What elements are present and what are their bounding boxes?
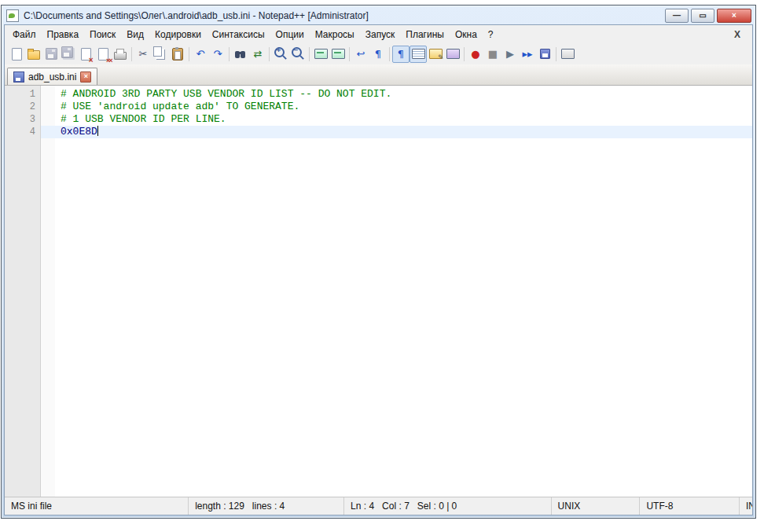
macro-save-button[interactable] — [536, 46, 553, 63]
notepad-window: C:\Documents and Settings\Олег\.android\… — [1, 5, 756, 519]
plugins-panel-button[interactable] — [559, 46, 576, 63]
close-file-button[interactable] — [77, 46, 94, 63]
bookmark-margin-cell — [41, 101, 56, 113]
macro-stop-button[interactable]: ■ — [484, 46, 501, 63]
bookmark-margin — [41, 86, 55, 497]
toolbar-separator — [131, 47, 132, 61]
tab-label: adb_usb.ini — [28, 72, 76, 83]
line-number: 2 — [5, 101, 41, 113]
menu-search[interactable]: Поиск — [84, 26, 121, 43]
menu-settings[interactable]: Опции — [270, 26, 310, 43]
zoom-out-button[interactable] — [289, 46, 307, 63]
editor-line: 3# 1 USB VENDOR ID PER LINE. — [5, 113, 752, 126]
close-all-icon — [98, 48, 108, 61]
replace-button[interactable]: ⇄ — [249, 46, 266, 63]
open-file-icon — [28, 50, 40, 60]
editor-line: 2# USE 'android update adb' TO GENERATE. — [5, 101, 752, 113]
line-number: 4 — [5, 126, 41, 138]
minimize-button[interactable]: — — [665, 9, 689, 23]
cut-icon: ✂ — [139, 49, 148, 59]
menu-window[interactable]: Окна — [450, 26, 483, 43]
status-cursor-position: Ln : 4 Col : 7 Sel : 0 | 0 — [344, 497, 551, 515]
save-all-button[interactable] — [60, 46, 77, 63]
show-symbol-button[interactable]: ¶ — [369, 46, 387, 63]
notepad-plus-plus-icon — [6, 9, 19, 22]
find-button[interactable] — [232, 46, 249, 63]
replace-icon: ⇄ — [254, 49, 263, 59]
menu-file[interactable]: Файл — [7, 26, 42, 43]
zoom-in-button[interactable] — [272, 46, 289, 63]
macro-run-multiple-button[interactable]: ▸▸ — [519, 46, 536, 63]
line-text[interactable]: 0x0E8D — [56, 126, 752, 138]
new-file-icon — [12, 48, 22, 61]
toolbar-separator — [389, 47, 390, 61]
toolbar-separator — [189, 47, 189, 61]
find-icon — [235, 51, 240, 58]
open-file-button[interactable] — [25, 46, 42, 63]
window-title: C:\Documents and Settings\Олег\.android\… — [24, 10, 663, 21]
title-bar: C:\Documents and Settings\Олег\.android\… — [2, 6, 755, 24]
print-icon — [114, 52, 127, 60]
menu-encoding[interactable]: Кодировки — [149, 26, 207, 43]
cut-button[interactable]: ✂ — [134, 46, 152, 63]
menu-macro[interactable]: Макросы — [310, 26, 360, 43]
client-area: ФайлПравкаПоискВидКодировкиСинтаксисыОпц… — [4, 24, 753, 515]
macro-record-button[interactable]: ● — [467, 46, 484, 63]
menu-view[interactable]: Вид — [121, 26, 149, 43]
menu-run[interactable]: Запуск — [360, 26, 401, 43]
redo-button[interactable]: ↷ — [209, 46, 226, 63]
user-define-dialog-icon — [429, 49, 443, 59]
status-encoding: UTF-8 — [640, 497, 740, 515]
doc-map-button[interactable] — [444, 46, 461, 63]
toolbar-separator — [309, 47, 310, 61]
copy-button[interactable] — [152, 46, 169, 63]
toolbar-separator — [269, 47, 270, 61]
tab-close-icon[interactable]: × — [80, 72, 91, 83]
tab-adb_usb.ini[interactable]: adb_usb.ini× — [7, 68, 97, 85]
toolbar-separator — [229, 47, 230, 61]
user-define-dialog-button[interactable] — [427, 46, 444, 63]
macro-stop-icon: ■ — [488, 49, 498, 59]
menu-language[interactable]: Синтаксисы — [207, 26, 270, 43]
plugins-panel-icon — [561, 49, 575, 59]
status-eol-format: UNIX — [552, 497, 641, 515]
menu-bar: ФайлПравкаПоискВидКодировкиСинтаксисыОпц… — [5, 25, 752, 43]
save-all-icon — [61, 46, 73, 58]
line-text[interactable]: # USE 'android update adb' TO GENERATE. — [56, 101, 752, 113]
paste-button[interactable] — [169, 46, 186, 63]
macro-run-multiple-icon: ▸▸ — [522, 49, 532, 59]
status-length-lines: length : 129 lines : 4 — [189, 497, 344, 515]
menu-edit[interactable]: Правка — [42, 26, 85, 43]
menu-plugins[interactable]: Плагины — [400, 26, 450, 43]
show-symbol-icon: ¶ — [375, 49, 381, 59]
sync-horizontal-scroll-button[interactable] — [329, 46, 347, 63]
line-text[interactable]: # ANDROID 3RD PARTY USB VENDOR ID LIST -… — [56, 88, 752, 101]
macro-play-button[interactable]: ▶ — [501, 46, 519, 63]
text-caret — [97, 126, 98, 136]
editor[interactable]: 1# ANDROID 3RD PARTY USB VENDOR ID LIST … — [5, 86, 752, 497]
toolbar-separator — [349, 47, 350, 61]
close-button[interactable]: × — [717, 9, 751, 23]
word-wrap-icon: ↩ — [357, 49, 365, 59]
close-file-icon — [81, 48, 91, 61]
macro-record-icon: ● — [471, 49, 479, 59]
undo-button[interactable]: ↶ — [192, 46, 209, 63]
show-all-characters-button[interactable]: ¶ — [392, 46, 410, 63]
sync-horizontal-scroll-icon — [332, 49, 345, 59]
close-document-button[interactable]: X — [725, 29, 750, 40]
bookmark-margin-cell — [41, 88, 56, 101]
word-wrap-button[interactable]: ↩ — [352, 46, 369, 63]
close-all-button[interactable] — [94, 46, 112, 63]
indent-guide-button[interactable] — [410, 46, 427, 63]
redo-icon: ↷ — [214, 49, 222, 59]
status-insert-mode: INS — [740, 497, 752, 515]
sync-vertical-scroll-button[interactable] — [312, 46, 329, 63]
print-button[interactable] — [112, 46, 129, 63]
menu-help[interactable]: ? — [483, 26, 499, 43]
new-file-button[interactable] — [8, 46, 25, 63]
line-text[interactable]: # 1 USB VENDOR ID PER LINE. — [56, 113, 752, 126]
maximize-button[interactable]: ▭ — [691, 9, 714, 23]
paste-icon — [172, 48, 183, 61]
status-doc-type: MS ini file — [5, 497, 189, 515]
save-button[interactable] — [42, 46, 60, 63]
